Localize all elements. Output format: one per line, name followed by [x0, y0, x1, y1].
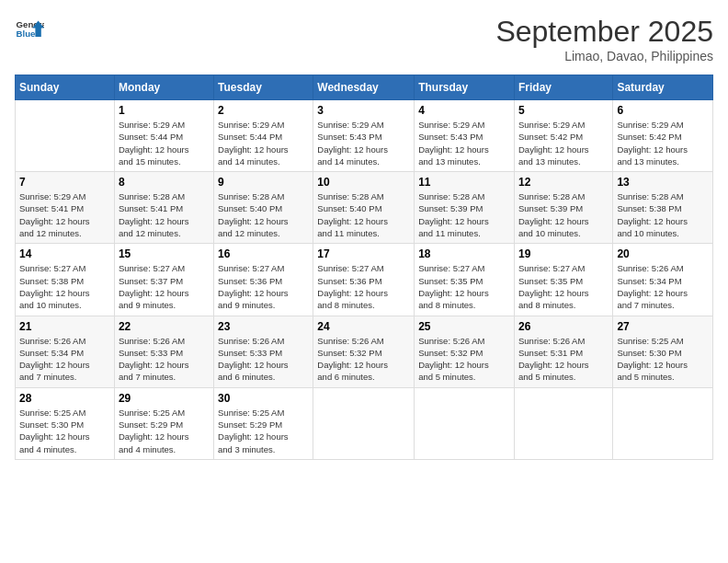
day-info: Sunrise: 5:29 AMSunset: 5:42 PMDaylight:… — [518, 119, 609, 167]
calendar-cell — [313, 387, 415, 459]
day-number: 30 — [218, 392, 309, 405]
calendar-cell: 18Sunrise: 5:27 AMSunset: 5:35 PMDayligh… — [415, 244, 515, 316]
calendar-cell: 8Sunrise: 5:28 AMSunset: 5:41 PMDaylight… — [114, 172, 213, 244]
day-info: Sunrise: 5:29 AMSunset: 5:44 PMDaylight:… — [119, 119, 210, 167]
day-number: 26 — [518, 320, 609, 333]
calendar-cell: 19Sunrise: 5:27 AMSunset: 5:35 PMDayligh… — [514, 244, 612, 316]
calendar-cell: 12Sunrise: 5:28 AMSunset: 5:39 PMDayligh… — [514, 172, 612, 244]
calendar-week-row: 28Sunrise: 5:25 AMSunset: 5:30 PMDayligh… — [16, 387, 713, 459]
day-number: 27 — [617, 320, 709, 333]
day-info: Sunrise: 5:28 AMSunset: 5:40 PMDaylight:… — [317, 190, 410, 239]
calendar-cell: 7Sunrise: 5:29 AMSunset: 5:41 PMDaylight… — [16, 172, 115, 244]
calendar-cell: 28Sunrise: 5:25 AMSunset: 5:30 PMDayligh… — [16, 387, 115, 459]
day-number: 23 — [218, 320, 309, 333]
day-number: 11 — [418, 176, 510, 189]
calendar-cell: 4Sunrise: 5:29 AMSunset: 5:43 PMDaylight… — [415, 100, 515, 172]
calendar-cell: 17Sunrise: 5:27 AMSunset: 5:36 PMDayligh… — [313, 244, 415, 316]
weekday-header-monday: Monday — [114, 75, 213, 100]
calendar-cell: 11Sunrise: 5:28 AMSunset: 5:39 PMDayligh… — [415, 172, 515, 244]
day-number: 18 — [418, 247, 510, 260]
calendar-cell: 21Sunrise: 5:26 AMSunset: 5:34 PMDayligh… — [16, 316, 115, 387]
day-number: 2 — [218, 104, 309, 117]
calendar-cell: 30Sunrise: 5:25 AMSunset: 5:29 PMDayligh… — [214, 387, 313, 459]
calendar-cell: 3Sunrise: 5:29 AMSunset: 5:43 PMDaylight… — [313, 100, 415, 172]
day-number: 19 — [518, 247, 609, 260]
day-number: 8 — [119, 176, 210, 189]
weekday-header-wednesday: Wednesday — [313, 75, 415, 100]
calendar-cell: 24Sunrise: 5:26 AMSunset: 5:32 PMDayligh… — [313, 316, 415, 387]
day-info: Sunrise: 5:29 AMSunset: 5:42 PMDaylight:… — [617, 119, 709, 167]
day-number: 15 — [119, 247, 210, 260]
day-number: 5 — [518, 104, 609, 117]
calendar-cell: 25Sunrise: 5:26 AMSunset: 5:32 PMDayligh… — [415, 316, 515, 387]
day-number: 6 — [617, 104, 709, 117]
day-info: Sunrise: 5:25 AMSunset: 5:30 PMDaylight:… — [617, 335, 709, 384]
day-info: Sunrise: 5:28 AMSunset: 5:38 PMDaylight:… — [617, 190, 709, 239]
title-block: September 2025 Limao, Davao, Philippines — [495, 15, 713, 63]
day-info: Sunrise: 5:28 AMSunset: 5:41 PMDaylight:… — [119, 190, 210, 239]
day-number: 16 — [218, 247, 309, 260]
day-number: 12 — [518, 176, 609, 189]
calendar-week-row: 14Sunrise: 5:27 AMSunset: 5:38 PMDayligh… — [16, 244, 713, 316]
weekday-header-saturday: Saturday — [613, 75, 713, 100]
weekday-header-thursday: Thursday — [415, 75, 515, 100]
calendar-cell: 2Sunrise: 5:29 AMSunset: 5:44 PMDaylight… — [214, 100, 313, 172]
weekday-header-row: SundayMondayTuesdayWednesdayThursdayFrid… — [16, 75, 713, 100]
day-number: 17 — [317, 247, 410, 260]
day-info: Sunrise: 5:26 AMSunset: 5:34 PMDaylight:… — [19, 335, 110, 384]
calendar-table: SundayMondayTuesdayWednesdayThursdayFrid… — [15, 75, 713, 460]
day-info: Sunrise: 5:27 AMSunset: 5:36 PMDaylight:… — [218, 262, 309, 311]
day-number: 3 — [317, 104, 410, 117]
day-info: Sunrise: 5:27 AMSunset: 5:35 PMDaylight:… — [418, 262, 510, 311]
day-info: Sunrise: 5:27 AMSunset: 5:36 PMDaylight:… — [317, 262, 410, 311]
day-info: Sunrise: 5:28 AMSunset: 5:39 PMDaylight:… — [518, 190, 609, 239]
calendar-cell — [415, 387, 515, 459]
day-number: 1 — [119, 104, 210, 117]
day-info: Sunrise: 5:26 AMSunset: 5:32 PMDaylight:… — [418, 335, 510, 384]
weekday-header-tuesday: Tuesday — [214, 75, 313, 100]
day-info: Sunrise: 5:27 AMSunset: 5:38 PMDaylight:… — [19, 262, 110, 311]
day-info: Sunrise: 5:26 AMSunset: 5:33 PMDaylight:… — [218, 335, 309, 384]
weekday-header-sunday: Sunday — [16, 75, 115, 100]
calendar-cell: 9Sunrise: 5:28 AMSunset: 5:40 PMDaylight… — [214, 172, 313, 244]
calendar-cell: 10Sunrise: 5:28 AMSunset: 5:40 PMDayligh… — [313, 172, 415, 244]
day-number: 4 — [418, 104, 510, 117]
day-info: Sunrise: 5:26 AMSunset: 5:34 PMDaylight:… — [617, 262, 709, 311]
calendar-cell: 26Sunrise: 5:26 AMSunset: 5:31 PMDayligh… — [514, 316, 612, 387]
day-number: 10 — [317, 176, 410, 189]
day-info: Sunrise: 5:26 AMSunset: 5:33 PMDaylight:… — [119, 335, 210, 384]
day-number: 13 — [617, 176, 709, 189]
day-number: 9 — [218, 176, 309, 189]
day-info: Sunrise: 5:26 AMSunset: 5:31 PMDaylight:… — [518, 335, 609, 384]
weekday-header-friday: Friday — [514, 75, 612, 100]
day-number: 20 — [617, 247, 709, 260]
day-number: 28 — [19, 392, 110, 405]
calendar-week-row: 21Sunrise: 5:26 AMSunset: 5:34 PMDayligh… — [16, 316, 713, 387]
calendar-cell — [514, 387, 612, 459]
day-info: Sunrise: 5:25 AMSunset: 5:29 PMDaylight:… — [119, 407, 210, 455]
day-info: Sunrise: 5:29 AMSunset: 5:43 PMDaylight:… — [317, 119, 410, 167]
calendar-cell: 23Sunrise: 5:26 AMSunset: 5:33 PMDayligh… — [214, 316, 313, 387]
logo: General Blue — [15, 15, 44, 44]
calendar-cell: 16Sunrise: 5:27 AMSunset: 5:36 PMDayligh… — [214, 244, 313, 316]
day-number: 22 — [119, 320, 210, 333]
day-info: Sunrise: 5:28 AMSunset: 5:39 PMDaylight:… — [418, 190, 510, 239]
calendar-cell: 13Sunrise: 5:28 AMSunset: 5:38 PMDayligh… — [613, 172, 713, 244]
calendar-cell: 29Sunrise: 5:25 AMSunset: 5:29 PMDayligh… — [114, 387, 213, 459]
day-number: 7 — [19, 176, 110, 189]
calendar-cell: 5Sunrise: 5:29 AMSunset: 5:42 PMDaylight… — [514, 100, 612, 172]
day-number: 21 — [19, 320, 110, 333]
svg-text:Blue: Blue — [17, 29, 36, 39]
logo-icon: General Blue — [15, 15, 44, 44]
day-number: 24 — [317, 320, 410, 333]
calendar-cell: 20Sunrise: 5:26 AMSunset: 5:34 PMDayligh… — [613, 244, 713, 316]
location-subtitle: Limao, Davao, Philippines — [495, 49, 713, 63]
calendar-cell: 1Sunrise: 5:29 AMSunset: 5:44 PMDaylight… — [114, 100, 213, 172]
day-info: Sunrise: 5:27 AMSunset: 5:35 PMDaylight:… — [518, 262, 609, 311]
day-info: Sunrise: 5:29 AMSunset: 5:41 PMDaylight:… — [19, 190, 110, 239]
calendar-week-row: 7Sunrise: 5:29 AMSunset: 5:41 PMDaylight… — [16, 172, 713, 244]
calendar-week-row: 1Sunrise: 5:29 AMSunset: 5:44 PMDaylight… — [16, 100, 713, 172]
day-number: 14 — [19, 247, 110, 260]
day-info: Sunrise: 5:25 AMSunset: 5:30 PMDaylight:… — [19, 407, 110, 455]
day-info: Sunrise: 5:28 AMSunset: 5:40 PMDaylight:… — [218, 190, 309, 239]
